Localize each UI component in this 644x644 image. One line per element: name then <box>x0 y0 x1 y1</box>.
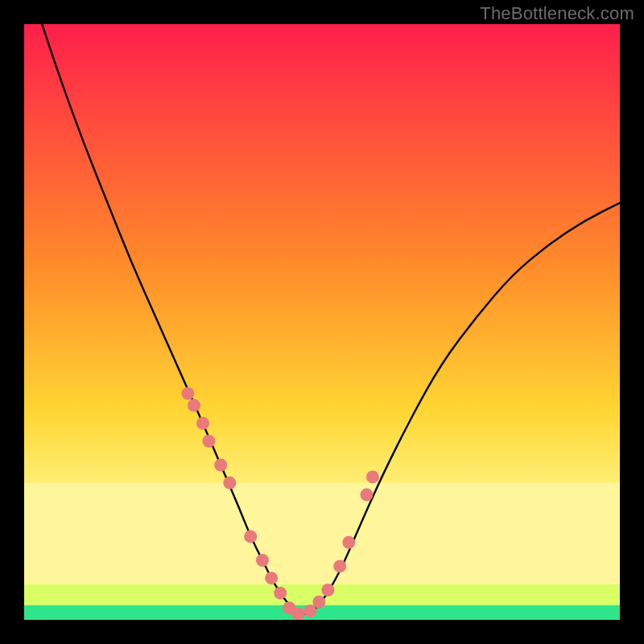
highlight-dot <box>244 530 257 543</box>
highlight-dot <box>256 554 269 567</box>
highlight-dot <box>196 417 209 430</box>
highlight-dot <box>214 459 227 472</box>
watermark-text: TheBottleneck.com <box>480 3 634 24</box>
highlight-dot <box>321 584 334 597</box>
band-cream-band <box>24 483 620 584</box>
highlight-dot <box>265 572 278 584</box>
highlight-dot <box>223 477 236 489</box>
chart-frame: TheBottleneck.com <box>0 0 644 644</box>
highlight-dot <box>342 536 355 549</box>
plot-area <box>24 24 620 620</box>
highlight-dot <box>202 435 215 448</box>
highlight-dot <box>182 387 195 400</box>
highlight-dot <box>274 587 287 600</box>
highlight-dot <box>333 559 346 572</box>
highlight-dot <box>312 596 325 609</box>
highlight-dot <box>366 470 379 483</box>
highlight-dot <box>291 608 304 620</box>
chart-svg <box>24 24 620 620</box>
highlight-dot <box>188 399 200 412</box>
highlight-dot <box>361 489 374 502</box>
